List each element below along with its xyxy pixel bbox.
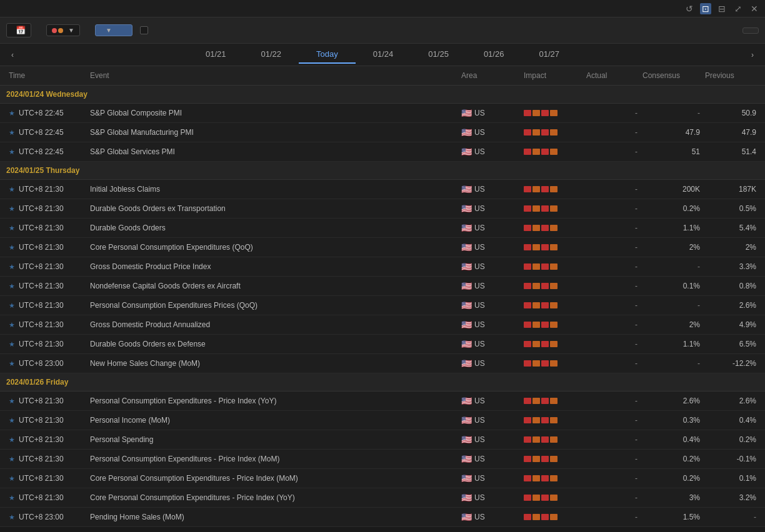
actual-cell: - xyxy=(584,395,640,406)
area-select[interactable]: ▼ xyxy=(95,24,132,36)
back-to-today-button[interactable] xyxy=(742,27,759,34)
actual-cell: - xyxy=(584,146,640,157)
tab-0124[interactable]: 01/24 xyxy=(356,46,411,64)
consensus-cell: - xyxy=(640,107,702,119)
table-row[interactable]: ★ UTC+8 21:30 Core Personal Consumption … xyxy=(0,469,765,488)
tab-month[interactable] xyxy=(18,7,28,10)
table-row[interactable]: ★ UTC+8 21:30 Personal Consumption Expen… xyxy=(0,296,765,315)
table-row[interactable]: ★ UTC+8 21:30 Nondefense Capital Goods O… xyxy=(0,277,765,296)
bar-4 xyxy=(550,514,558,520)
flag-icon: 🇺🇸 xyxy=(461,147,472,157)
table-row[interactable]: ★ UTC+8 21:30 Durable Goods Orders 🇺🇸 US… xyxy=(0,219,765,238)
table-row[interactable]: ★ UTC+8 21:30 Personal Income (MoM) 🇺🇸 U… xyxy=(0,411,765,430)
area-value: US xyxy=(474,262,485,271)
consensus-cell: 1.1% xyxy=(640,338,702,350)
impact-dots xyxy=(52,28,63,33)
area-value: US xyxy=(474,416,485,425)
bar-2 xyxy=(532,436,540,443)
impact-bars xyxy=(524,360,581,367)
time-value: UTC+8 23:00 xyxy=(19,513,64,521)
date-input[interactable]: 📅 xyxy=(6,23,31,37)
star-icon: ★ xyxy=(9,360,15,368)
window-controls: ↺ ⊡ ⊟ ⤢ ✕ xyxy=(684,3,760,14)
table-row[interactable]: ★ UTC+8 21:30 Gross Domestic Product Ann… xyxy=(0,315,765,335)
tab-today[interactable]: Today xyxy=(299,46,356,64)
table-row[interactable]: ★ UTC+8 22:45 S&P Global Composite PMI 🇺… xyxy=(0,104,765,123)
table-row[interactable]: ★ UTC+8 21:30 Personal Consumption Expen… xyxy=(0,392,765,411)
table-row[interactable]: ★ UTC+8 22:45 S&P Global Manufacturing P… xyxy=(0,123,765,142)
area-value: US xyxy=(474,320,485,329)
bar-4 xyxy=(550,398,558,404)
flag-icon: 🇺🇸 xyxy=(461,281,472,291)
tab-0126[interactable]: 01/26 xyxy=(466,46,522,64)
time-cell: ★ UTC+8 22:45 xyxy=(6,127,88,138)
table-row[interactable]: ★ UTC+8 21:30 Core Personal Consumption … xyxy=(0,238,765,257)
consensus-cell: 0.2% xyxy=(640,453,702,465)
bar-4 xyxy=(550,456,558,462)
area-cell: 🇺🇸 US xyxy=(459,433,521,446)
flag-icon: 🇺🇸 xyxy=(461,223,472,233)
previous-cell: 47.9 xyxy=(702,127,759,138)
time-cell: ★ UTC+8 23:00 xyxy=(6,358,88,369)
table-row[interactable]: ★ UTC+8 21:30 Personal Consumption Expen… xyxy=(0,450,765,469)
favorite-checkbox[interactable] xyxy=(140,26,148,34)
last-week-button[interactable]: ‹ xyxy=(6,48,21,62)
tab-0127[interactable]: 01/27 xyxy=(521,46,577,64)
area-cell: 🇺🇸 US xyxy=(459,222,521,234)
star-icon: ★ xyxy=(9,282,15,290)
table-row[interactable]: ★ UTC+8 21:30 Personal Spending 🇺🇸 US - … xyxy=(0,430,765,450)
area-value: US xyxy=(474,474,485,483)
table-row[interactable]: ★ UTC+8 23:00 Pending Home Sales (MoM) 🇺… xyxy=(0,508,765,527)
impact-bars xyxy=(524,417,581,423)
impact-cell xyxy=(521,435,584,444)
area-cell: 🇺🇸 US xyxy=(459,357,521,370)
next-week-button[interactable]: › xyxy=(744,48,759,62)
bar-1 xyxy=(524,417,531,423)
table-row[interactable]: ★ UTC+8 21:30 Gross Domestic Product Pri… xyxy=(0,257,765,277)
area-cell: 🇺🇸 US xyxy=(459,453,521,465)
tab-0122[interactable]: 01/22 xyxy=(244,46,299,64)
table-row[interactable]: ★ UTC+8 21:30 Durable Goods Orders ex Tr… xyxy=(0,199,765,219)
window-split-btn[interactable]: ⊟ xyxy=(716,3,728,14)
window-close-btn[interactable]: ✕ xyxy=(749,3,760,14)
area-cell: 🇺🇸 US xyxy=(459,338,521,350)
table-row[interactable]: ★ UTC+8 22:45 S&P Global Services PMI 🇺🇸… xyxy=(0,142,765,162)
window-mode-btn[interactable]: ⊡ xyxy=(700,3,711,14)
previous-cell: 0.4% xyxy=(702,415,759,426)
impact-cell xyxy=(521,301,584,310)
bar-2 xyxy=(532,225,540,231)
table-row[interactable]: ★ UTC+8 21:30 Core Personal Consumption … xyxy=(0,488,765,508)
reload-btn[interactable]: ↺ xyxy=(684,3,695,14)
table-row[interactable]: ★ UTC+8 21:30 Initial Jobless Claims 🇺🇸 … xyxy=(0,180,765,199)
bar-1 xyxy=(524,186,531,192)
impact-bars xyxy=(524,244,581,250)
table-row[interactable]: ★ UTC+8 21:30 Durable Goods Orders ex De… xyxy=(0,335,765,354)
consensus-cell: 3% xyxy=(640,492,702,503)
flag-icon: 🇺🇸 xyxy=(461,127,472,137)
area-value: US xyxy=(474,455,485,463)
consensus-cell: 1.5% xyxy=(640,511,702,523)
tab-0125[interactable]: 01/25 xyxy=(411,46,466,64)
flag-icon: 🇺🇸 xyxy=(461,415,472,425)
area-value: US xyxy=(474,340,485,348)
time-value: UTC+8 21:30 xyxy=(19,455,64,463)
favorite-checkbox-group[interactable] xyxy=(140,26,151,34)
bar-4 xyxy=(550,149,558,155)
impact-cell xyxy=(521,493,584,502)
tab-day[interactable] xyxy=(5,7,15,10)
actual-cell: - xyxy=(584,415,640,426)
impact-select[interactable]: ▼ xyxy=(46,24,80,36)
star-icon: ★ xyxy=(9,224,15,232)
impact-chevron: ▼ xyxy=(68,27,74,34)
bar-2 xyxy=(532,417,540,423)
col-time: Time xyxy=(6,70,88,81)
star-icon: ★ xyxy=(9,129,15,137)
previous-cell: 3.2% xyxy=(702,492,759,503)
table-row[interactable]: ★ UTC+8 23:00 New Home Sales Change (MoM… xyxy=(0,354,765,373)
impact-cell xyxy=(521,128,584,137)
bar-2 xyxy=(532,244,540,250)
tab-0121[interactable]: 01/21 xyxy=(188,46,244,64)
impact-cell xyxy=(521,455,584,463)
time-cell: ★ UTC+8 21:30 xyxy=(6,395,88,406)
window-expand-btn[interactable]: ⤢ xyxy=(732,3,744,14)
